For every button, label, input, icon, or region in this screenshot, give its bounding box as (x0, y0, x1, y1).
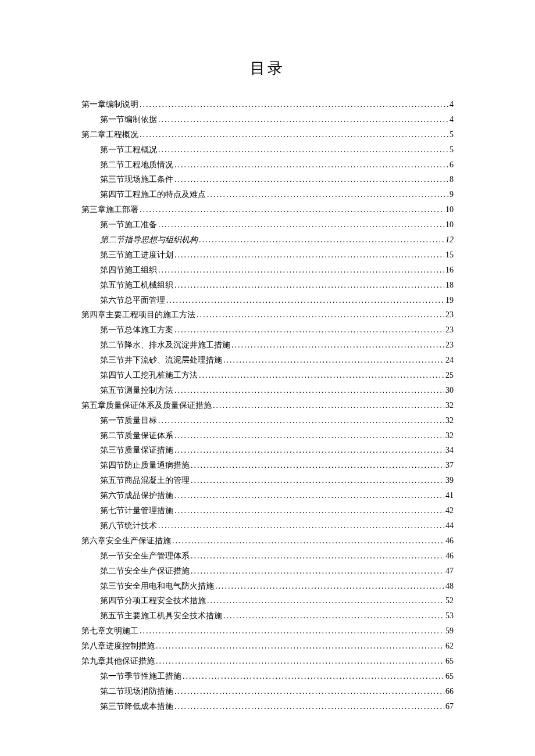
toc-entry-page: 46 (444, 533, 454, 549)
toc-leader-dots (198, 368, 444, 383)
toc-entry: 第一节质量目标32 (81, 413, 454, 428)
toc-entry-label: 第四节人工挖孔桩施工方法 (100, 368, 198, 383)
toc-entry-label: 第一节工程概况 (100, 142, 157, 157)
toc-entry-label: 第九章其他保证措施 (81, 654, 155, 669)
toc-entry: 第四节人工挖孔桩施工方法25 (81, 368, 454, 383)
toc-entry: 第三节降低成本措施67 (81, 699, 454, 714)
toc-entry-label: 第三节井下流砂、流泥层处理措施 (100, 353, 222, 368)
toc-entry-page: 53 (444, 608, 454, 624)
toc-entry: 第七节计量管理措施42 (81, 503, 454, 518)
toc-entry: 第一节工程概况5 (81, 142, 454, 157)
toc-entry-page: 15 (444, 248, 454, 263)
toc-leader-dots (138, 624, 444, 639)
toc-leader-dots (157, 413, 444, 428)
toc-entry-page: 12 (444, 232, 454, 248)
toc-entry-label: 第六节总平面管理 (100, 293, 165, 308)
toc-entry-label: 第一节安全生产管理体系 (100, 549, 190, 564)
toc-entry-page: 23 (444, 323, 454, 338)
toc-leader-dots (165, 293, 444, 308)
toc-entry: 第二节降水、排水及沉淀井施工措施23 (81, 338, 454, 353)
toc-leader-dots (222, 353, 444, 368)
toc-entry: 第三节井下流砂、流泥层处理措施24 (81, 353, 454, 368)
toc-entry-page: 65 (444, 654, 454, 669)
toc-entry: 第三节施工进度计划15 (81, 248, 454, 263)
toc-entry-label: 第二章工程概况 (81, 127, 138, 142)
toc-entry: 第六章安全生产保证措施46 (81, 533, 454, 549)
toc-leader-dots (138, 97, 448, 112)
toc-leader-dots (157, 112, 448, 127)
toc-entry-label: 第五节主要施工机具安全技术措施 (100, 608, 222, 624)
toc-entry-page: 48 (444, 579, 454, 594)
toc-entry: 第五节主要施工机具安全技术措施53 (81, 608, 454, 624)
toc-entry-label: 第四节工程施工的特点及难点 (100, 187, 206, 202)
toc-entry-label: 第一章编制说明 (81, 97, 138, 112)
toc-leader-dots (173, 428, 444, 443)
toc-entry-label: 第六章安全生产保证措施 (81, 533, 171, 549)
toc-entry: 第二章工程概况5 (81, 127, 454, 142)
toc-entry: 第四节工程施工的特点及难点9 (81, 187, 454, 202)
toc-entry-page: 39 (444, 473, 454, 488)
toc-entry-page: 30 (444, 383, 454, 398)
toc-entry-label: 第二节降水、排水及沉淀井施工措施 (100, 338, 230, 353)
toc-leader-dots (190, 564, 444, 579)
toc-entry-label: 第一节总体施工方案 (100, 323, 173, 338)
toc-entry: 第七章文明施工59 (81, 624, 454, 639)
toc-leader-dots (157, 263, 444, 278)
toc-entry-label: 第八节统计技术 (100, 518, 157, 533)
toc-entry: 第一章编制说明4 (81, 97, 454, 112)
toc-leader-dots (157, 518, 444, 533)
toc-leader-dots (173, 488, 444, 503)
toc-entry: 第一节总体施工方案23 (81, 323, 454, 338)
toc-entry-label: 第二节质量保证体系 (100, 428, 173, 443)
toc-entry-page: 32 (444, 413, 454, 428)
toc-entry-page: 62 (444, 639, 454, 654)
toc-entry-label: 第一节施工准备 (100, 217, 157, 232)
toc-entry-page: 41 (444, 488, 454, 503)
toc-entry: 第四节防止质量通病措施37 (81, 458, 454, 473)
toc-leader-dots (155, 639, 444, 654)
toc-entry-page: 52 (444, 593, 454, 608)
toc-entry-page: 10 (444, 202, 454, 217)
toc-entry-page: 47 (444, 564, 454, 579)
toc-entry: 第五节施工机械组织18 (81, 278, 454, 293)
toc-entry-page: 5 (448, 142, 454, 157)
toc-entry-label: 第二节安全生产保证措施 (100, 564, 190, 579)
toc-leader-dots (198, 232, 444, 248)
toc-entry-page: 10 (444, 217, 454, 232)
toc-entry-label: 第三节现场施工条件 (100, 172, 173, 187)
toc-entry: 第三节质量保证措施34 (81, 443, 454, 458)
toc-entry: 第三章施工部署10 (81, 202, 454, 217)
toc-entry-label: 第四节防止质量通病措施 (100, 458, 190, 473)
toc-entry: 第一节季节性施工措施65 (81, 669, 454, 684)
toc-entry-label: 第二节现场消防措施 (100, 684, 173, 699)
toc-entry-page: 44 (444, 518, 454, 533)
toc-entry: 第四节施工组织16 (81, 263, 454, 278)
toc-leader-dots (181, 669, 444, 684)
toc-entry-label: 第五节测量控制方法 (100, 383, 173, 398)
toc-entry-page: 67 (444, 699, 454, 714)
toc-entry-page: 65 (444, 669, 454, 684)
toc-entry-page: 18 (444, 278, 454, 293)
toc-entry-page: 9 (448, 187, 454, 202)
toc-entry-page: 66 (444, 684, 454, 699)
toc-entry: 第四节分项工程安全技术措施52 (81, 593, 454, 608)
toc-entry-page: 32 (444, 428, 454, 443)
toc-entry-label: 第二节指导思想与组织机构 (100, 232, 198, 248)
toc-entry: 第五节商品混凝土的管理39 (81, 473, 454, 488)
toc-entry-page: 19 (444, 293, 454, 308)
toc-entry-page: 23 (444, 307, 454, 323)
toc-entry: 第一节施工准备10 (81, 217, 454, 232)
toc-leader-dots (206, 187, 448, 202)
toc-entry-label: 第二节工程地质情况 (100, 157, 173, 173)
toc-entry: 第三节安全用电和电气防火措施48 (81, 579, 454, 594)
toc-entry: 第九章其他保证措施65 (81, 654, 454, 669)
toc-entry-label: 第七节计量管理措施 (100, 503, 173, 518)
toc-entry-label: 第一节质量目标 (100, 413, 157, 428)
toc-leader-dots (173, 503, 444, 518)
toc-entry-page: 5 (448, 127, 454, 142)
toc-leader-dots (206, 593, 444, 608)
toc-entry: 第六节总平面管理19 (81, 293, 454, 308)
toc-entry: 第二节工程地质情况6 (81, 157, 454, 173)
page-title: 目录 (81, 58, 454, 78)
toc-leader-dots (222, 608, 444, 624)
